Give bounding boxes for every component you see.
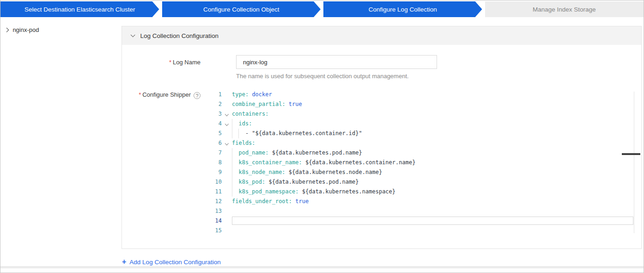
editor-line: 13: [205, 206, 642, 216]
add-link-label: Add Log Collection Configuration: [129, 259, 220, 266]
indent-guide: [232, 187, 238, 197]
fold-gutter: [222, 99, 232, 109]
chevron-right-icon[interactable]: [4, 27, 9, 32]
log-name-input[interactable]: [236, 55, 437, 69]
content-area: nginx-pod Log Collection Configuration *…: [0, 17, 644, 249]
editor-inline-input[interactable]: [232, 217, 633, 225]
code-line-content: type: docker: [232, 90, 642, 99]
step-label: Select Destination Elasticsearch Cluster: [24, 6, 135, 13]
code-token: combine_partial: [232, 101, 282, 107]
step-label: Configure Collection Object: [203, 6, 279, 13]
code-token: type: [232, 91, 245, 98]
help-icon[interactable]: ?: [194, 92, 200, 99]
code-line-content: [232, 226, 642, 236]
fold-gutter: [222, 119, 232, 129]
step-4[interactable]: Manage Index Storage: [485, 1, 644, 17]
code-line-content: ids:: [232, 119, 642, 129]
required-asterisk: *: [169, 59, 171, 66]
editor-scrollbar-track: [634, 92, 634, 233]
indent-guide: [232, 129, 238, 138]
code-line-content: fields:: [232, 138, 642, 148]
panel-header[interactable]: Log Collection Configuration: [122, 26, 641, 45]
fold-gutter: [222, 138, 232, 148]
step-2[interactable]: Configure Collection Object: [162, 1, 321, 17]
editor-line: 10k8s_pod: ${data.kubernetes.pod.name}: [205, 177, 642, 187]
fold-chevron-down-icon[interactable]: [225, 112, 229, 116]
editor-scrollbar-thumb[interactable]: [622, 153, 640, 155]
code-token: :: [252, 140, 255, 146]
line-number: 3: [205, 109, 222, 119]
code-token: [268, 149, 272, 156]
line-number: 12: [205, 197, 222, 206]
code-token: -: [245, 130, 252, 136]
code-token: true: [289, 101, 302, 107]
configure-shipper-label: *Configure Shipper?: [122, 90, 200, 236]
line-number: 13: [205, 206, 222, 216]
indent-guide: [232, 158, 238, 168]
fold-chevron-down-icon[interactable]: [225, 122, 229, 126]
fold-gutter: [222, 109, 232, 119]
fold-gutter: [222, 216, 232, 226]
code-line-content: containers:: [232, 109, 642, 119]
line-number: 1: [205, 90, 222, 99]
fold-gutter: [222, 226, 232, 236]
fold-gutter: [222, 206, 232, 216]
step-bar: Select Destination Elasticsearch Cluster…: [0, 1, 644, 17]
line-number: 15: [205, 226, 222, 236]
wizard-page: Select Destination Elasticsearch Cluster…: [0, 0, 644, 273]
code-token: ${data.kubernetes.container.name}: [305, 159, 415, 166]
line-number: 9: [205, 168, 222, 177]
add-log-collection-button[interactable]: + Add Log Collection Configuration: [122, 258, 221, 266]
pod-name-label: nginx-pod: [12, 26, 39, 33]
bottom-divider: [0, 266, 644, 268]
editor-line: 8k8s_container_name: ${data.kubernetes.c…: [205, 158, 642, 168]
log-name-row: *Log Name The name is used for subsequen…: [122, 55, 641, 80]
indent-guide: [232, 168, 238, 177]
editor-line: 15: [205, 226, 642, 236]
panel-title: Log Collection Configuration: [140, 32, 219, 39]
log-name-help-text: The name is used for subsequent collecti…: [236, 73, 437, 80]
code-token: [286, 101, 289, 107]
panel-footer: + Add Log Collection Configuration: [122, 258, 644, 266]
code-token: fields_under_root: [232, 198, 289, 205]
chevron-down-icon[interactable]: [130, 32, 135, 37]
code-token: [286, 169, 289, 175]
code-token: k8s_container_name: [238, 159, 298, 166]
code-line-content: k8s_container_name: ${data.kubernetes.co…: [232, 158, 642, 168]
fold-gutter: [222, 168, 232, 177]
code-token: "${data.kubernetes.container.id}": [252, 130, 362, 136]
code-token: docker: [252, 91, 272, 98]
editor-line: 11k8s_pod_namespace: ${data.kubernetes.n…: [205, 187, 642, 197]
plus-icon: +: [122, 258, 126, 266]
code-line-content: fields_under_root: true: [232, 197, 642, 206]
code-token: :: [289, 198, 292, 205]
code-token: containers: [232, 111, 265, 117]
code-line-content: - "${data.kubernetes.container.id}": [232, 129, 642, 138]
code-token: :: [282, 169, 285, 175]
fold-gutter: [222, 177, 232, 187]
step-1[interactable]: Select Destination Elasticsearch Cluster: [0, 1, 159, 17]
code-line-content: k8s_node_name: ${data.kubernetes.node.na…: [232, 168, 642, 177]
code-line-content: pod_name: ${data.kubernetes.pod.name}: [232, 148, 642, 158]
code-token: fields: [232, 140, 252, 146]
sidebar-item-nginx-pod[interactable]: nginx-pod: [5, 26, 122, 33]
code-token: :: [298, 159, 302, 166]
code-token: ${data.kubernetes.pod.name}: [268, 179, 358, 185]
line-number: 10: [205, 177, 222, 187]
code-token: [299, 188, 302, 195]
code-token: ${data.kubernetes.pod.name}: [272, 149, 362, 156]
indent-guide: [232, 119, 238, 129]
code-token: true: [295, 198, 309, 205]
code-token: [302, 159, 305, 166]
editor-line: 1type: docker: [205, 90, 642, 99]
step-3-current[interactable]: Configure Log Collection: [323, 1, 482, 17]
code-token: ids: [238, 120, 249, 127]
editor-line: 2combine_partial: true: [205, 99, 642, 109]
fold-gutter: [222, 148, 232, 158]
log-name-field: The name is used for subsequent collecti…: [236, 55, 437, 80]
step-label: Configure Log Collection: [369, 6, 437, 13]
code-token: ${data.kubernetes.namespace}: [302, 188, 395, 195]
fold-gutter: [222, 187, 232, 197]
yaml-code-editor[interactable]: 1type: docker2combine_partial: true3cont…: [205, 90, 642, 236]
fold-chevron-down-icon[interactable]: [225, 142, 229, 145]
